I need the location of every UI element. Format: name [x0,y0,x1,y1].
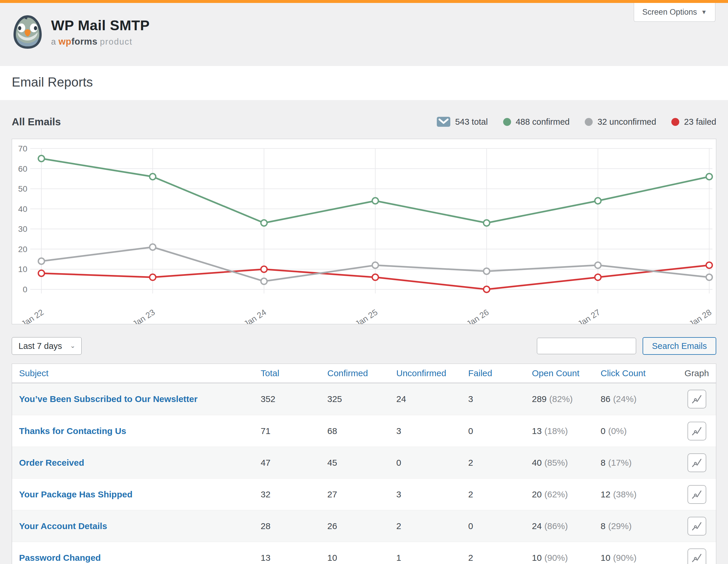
row-graph-button[interactable] [687,485,706,504]
svg-text:70: 70 [18,144,27,153]
column-header-unconfirmed[interactable]: Unconfirmed [396,368,468,378]
open-count-percent: (86%) [544,521,568,531]
email-reports-table: Subject Total Confirmed Unconfirmed Fail… [12,363,716,564]
svg-text:Jan 23: Jan 23 [131,307,156,324]
column-header-total[interactable]: Total [261,368,327,378]
column-header-subject[interactable]: Subject [19,368,261,378]
cell-failed: 2 [468,553,532,563]
open-count-percent: (90%) [544,553,568,563]
table-row: Thanks for Contacting Us71683013(18%)0(0… [12,415,716,447]
emails-line-chart: 010203040506070Jan 22Jan 23Jan 24Jan 25J… [12,139,716,324]
table-row: Password Changed13101210(90%)10(90%) [12,542,716,564]
cell-click-count: 8(17%) [601,458,680,468]
row-graph-button[interactable] [687,548,706,564]
row-graph-button[interactable] [687,453,706,472]
click-count-value: 8 [601,458,606,467]
cell-confirmed: 325 [327,394,396,404]
table-header-row: Subject Total Confirmed Unconfirmed Fail… [12,364,716,383]
click-count-value: 10 [601,553,610,563]
cell-open-count: 13(18%) [532,426,601,436]
open-count-percent: (18%) [544,426,568,436]
cell-failed: 3 [468,394,532,404]
cell-total: 71 [261,426,327,436]
cell-click-count: 86(24%) [601,394,680,404]
legend-item-total: 543 total [437,117,488,127]
column-header-click-count[interactable]: Click Count [601,368,680,378]
row-graph-button[interactable] [687,422,706,440]
cell-unconfirmed: 0 [396,458,468,468]
cell-open-count: 10(90%) [532,553,601,563]
svg-text:60: 60 [18,164,27,174]
cell-click-count: 12(38%) [601,489,680,499]
column-header-open-count[interactable]: Open Count [532,368,601,378]
click-count-percent: (29%) [608,521,632,531]
search-emails-button[interactable]: Search Emails [643,337,716,355]
trend-line-icon [691,393,702,405]
subject-link[interactable]: Your Package Has Shipped [19,489,261,499]
search-input[interactable] [537,338,636,354]
open-count-percent: (85%) [544,458,568,467]
open-count-value: 10 [532,553,542,563]
click-count-value: 0 [601,426,606,436]
top-accent-bar [0,0,728,3]
cell-click-count: 0(0%) [601,426,680,436]
subject-link[interactable]: Your Account Details [19,521,261,531]
trend-line-icon [691,489,702,500]
svg-text:Jan 27: Jan 27 [576,307,602,324]
svg-text:Jan 22: Jan 22 [20,307,45,324]
cell-failed: 2 [468,458,532,468]
table-rows: You’ve Been Subscribed to Our Newsletter… [12,383,716,564]
brand-tagline: a wpforms product [51,36,150,47]
content: All Emails 543 total 488 confirmed 32 un… [0,100,728,564]
cell-failed: 0 [468,426,532,436]
legend-label-confirmed: 488 confirmed [516,117,570,127]
cell-graph [687,548,709,564]
click-count-percent: (0%) [608,426,627,436]
cell-open-count: 24(86%) [532,521,601,531]
search-group: Search Emails [537,337,716,355]
open-count-value: 289 [532,394,547,404]
legend-item-confirmed: 488 confirmed [503,117,570,127]
confirmed-dot-icon [503,118,511,126]
table-row: Your Package Has Shipped32273220(62%)12(… [12,478,716,510]
cell-unconfirmed: 24 [396,394,468,404]
svg-text:50: 50 [18,184,27,193]
subject-link[interactable]: Password Changed [19,553,261,563]
cell-unconfirmed: 3 [396,489,468,499]
cell-open-count: 40(85%) [532,458,601,468]
subject-link[interactable]: Order Received [19,458,261,468]
cell-total: 352 [261,394,327,404]
column-header-confirmed[interactable]: Confirmed [327,368,396,378]
open-count-percent: (62%) [544,489,568,499]
click-count-percent: (38%) [613,489,636,499]
tagline-product: product [100,37,132,46]
row-graph-button[interactable] [687,517,706,536]
svg-text:Jan 25: Jan 25 [353,307,379,324]
date-range-select[interactable]: Last 7 days ⌄ [12,337,82,355]
cell-open-count: 289(82%) [532,394,601,404]
click-count-value: 86 [601,394,610,404]
date-range-value: Last 7 days [18,341,62,351]
column-header-failed[interactable]: Failed [468,368,532,378]
cell-total: 28 [261,521,327,531]
column-header-graph: Graph [685,368,712,378]
cell-confirmed: 26 [327,521,396,531]
table-row: You’ve Been Subscribed to Our Newsletter… [12,383,716,415]
cell-click-count: 8(29%) [601,521,680,531]
table-controls: Last 7 days ⌄ Search Emails [12,337,716,355]
brand-text: WP Mail SMTP a wpforms product [51,17,150,47]
row-graph-button[interactable] [687,390,706,408]
page-title: Email Reports [12,75,716,90]
cell-open-count: 20(62%) [532,489,601,499]
tagline-a: a [51,37,56,46]
screen-options-button[interactable]: Screen Options ▼ [634,3,715,22]
cell-total: 47 [261,458,327,468]
failed-dot-icon [671,118,679,126]
section-title: All Emails [12,116,61,128]
cell-graph [687,485,709,504]
subject-link[interactable]: You’ve Been Subscribed to Our Newsletter [19,394,261,404]
section-head: All Emails 543 total 488 confirmed 32 un… [12,100,716,139]
cell-click-count: 10(90%) [601,553,680,563]
subject-link[interactable]: Thanks for Contacting Us [19,426,261,436]
screen-options-label: Screen Options [642,8,697,17]
